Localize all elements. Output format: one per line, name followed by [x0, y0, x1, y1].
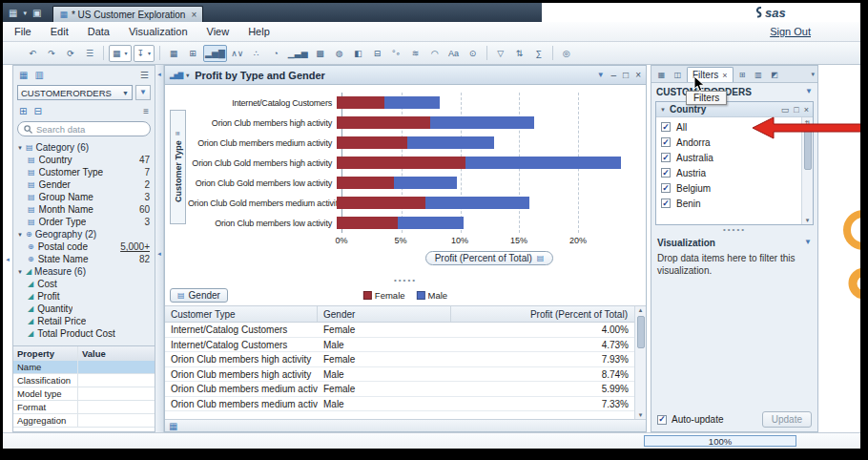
calculation-icon[interactable]: ∑ — [530, 45, 548, 62]
ranks-tab-icon[interactable]: ⊞ — [735, 68, 750, 82]
data-item-profit[interactable]: ◢Profit — [13, 290, 155, 303]
menu-file[interactable]: File — [14, 26, 31, 37]
table-visualization-icon[interactable]: ▦ — [165, 45, 182, 62]
view-selector[interactable]: ▦▾ — [109, 45, 132, 62]
bar-chart-visualization-icon[interactable]: ▂▅▇ — [203, 45, 227, 62]
sign-out-link[interactable]: Sign Out — [770, 26, 811, 37]
crosstab-visualization-icon[interactable]: ⊞ — [184, 45, 201, 62]
scrollbar-thumb[interactable] — [637, 316, 645, 348]
checkbox-andorra[interactable]: ✓ — [661, 137, 671, 147]
column-header-gender[interactable]: Gender — [318, 306, 451, 322]
box-plot-visualization-icon[interactable]: ⊟ — [369, 45, 386, 62]
property-row-name[interactable]: Name — [13, 361, 155, 374]
menu-help[interactable]: Help — [248, 26, 270, 37]
document-tab[interactable]: ▦ * US Customer Exploration × — [52, 6, 203, 22]
bar-segment-female[interactable] — [337, 157, 465, 169]
auto-update-checkbox[interactable]: ✓ — [657, 415, 667, 425]
visualization-filter-funnel-icon[interactable]: ▼ — [597, 72, 605, 79]
close-document-icon[interactable]: × — [191, 10, 196, 20]
data-item-cost[interactable]: ◢Cost — [13, 278, 155, 290]
data-item-gender[interactable]: ▤Gender2 — [13, 178, 155, 191]
comments-tab-icon[interactable]: ▥ — [752, 68, 766, 82]
minimize-visualization-icon[interactable]: – — [611, 70, 617, 80]
panel-grip[interactable]: ••••• — [165, 276, 646, 285]
visualization-filter-funnel[interactable]: ▼ — [804, 239, 812, 246]
menu-view[interactable]: View — [207, 26, 230, 37]
column-header-profit-percent-of-total-[interactable]: Profit (Percent of Total) — [451, 306, 646, 322]
property-row-classification[interactable]: Classification — [13, 374, 155, 387]
menu-visualization[interactable]: Visualization — [129, 26, 188, 37]
table-row[interactable]: Orion Club members medium activityMale7.… — [165, 397, 646, 412]
band-plot-visualization-icon[interactable]: ≋ — [407, 45, 424, 62]
data-item-customer-type[interactable]: ▤Customer Type7 — [13, 166, 155, 178]
country-option-belgium[interactable]: ✓Belgium — [656, 180, 801, 196]
data-item-group-name[interactable]: ▤Group Name3 — [13, 191, 155, 203]
refresh-icon[interactable]: ⟳ — [62, 45, 79, 62]
data-filter-button[interactable]: ▼ — [135, 85, 151, 100]
line-chart-visualization-icon[interactable]: ∧∨ — [229, 45, 246, 62]
bar-segment-male[interactable] — [398, 217, 463, 229]
bubble-plot-visualization-icon[interactable]: °∘ — [388, 45, 405, 62]
maximize-filter-icon[interactable]: □ — [794, 105, 798, 115]
data-item-state-name[interactable]: ⊕State Name82 — [13, 253, 155, 265]
application-menu-icon[interactable]: ▦ — [9, 5, 17, 22]
application-menu-caret-icon[interactable]: ▾ — [23, 5, 27, 22]
histogram-visualization-icon[interactable]: ▁▃▅ — [286, 45, 310, 62]
collapse-country-icon[interactable]: ▼ — [660, 107, 666, 113]
left-edge-splitter[interactable]: ◂ — [3, 65, 12, 432]
tree-group-measure-6-[interactable]: ▼◢Measure (6) — [13, 265, 155, 278]
bar-segment-male[interactable] — [465, 157, 621, 169]
data-item-quantity[interactable]: ◢Quantity — [13, 303, 155, 315]
checkbox-benin[interactable]: ✓ — [661, 199, 671, 208]
data-item-country[interactable]: ▤Country47 — [13, 154, 155, 166]
filter-tool-icon[interactable]: ▽ — [492, 45, 509, 62]
checkbox-belgium[interactable]: ✓ — [661, 183, 671, 193]
pie-chart-visualization-icon[interactable]: ◔ — [267, 45, 284, 62]
manage-data-icon[interactable]: ▥ — [34, 70, 43, 80]
bar-segment-male[interactable] — [407, 136, 494, 149]
gender-field-button[interactable]: ▤ Gender — [170, 288, 228, 303]
heat-map-visualization-icon[interactable]: ▩ — [312, 45, 329, 62]
table-row[interactable]: Orion Club members high activityMale8.74… — [165, 367, 646, 383]
tree-group-geography-2-[interactable]: ▼⊕Geography (2) — [13, 228, 155, 240]
collapse-all-icon[interactable]: ⊟ — [33, 106, 41, 116]
x-axis-label-button[interactable]: Profit (Percent of Total) ▤ — [425, 251, 554, 265]
word-cloud-visualization-icon[interactable]: Aa — [445, 45, 463, 62]
table-row[interactable]: Orion Club members medium activityFemale… — [165, 382, 646, 397]
close-filters-tab-icon[interactable]: × — [722, 71, 727, 80]
data-item-total-product-cost[interactable]: ◢Total Product Cost — [13, 327, 155, 340]
data-options-icon[interactable]: ≡ — [143, 106, 149, 116]
filters-grip[interactable]: ••••• — [651, 225, 817, 235]
remove-filter-icon[interactable]: × — [804, 105, 809, 115]
bar-segment-female[interactable] — [337, 116, 430, 129]
capture-icon[interactable]: ◎ — [558, 45, 575, 62]
bar-segment-female[interactable] — [337, 136, 407, 149]
table-scrollbar[interactable]: ▴ ▾ — [634, 306, 646, 419]
data-item-retail-price[interactable]: ◢Retail Price — [13, 315, 155, 327]
add-data-source-icon[interactable]: ▦ — [19, 70, 28, 80]
new-tab-icon[interactable]: ▣ — [32, 5, 41, 22]
checkbox-all[interactable]: ✓ — [661, 122, 671, 132]
window-menu-icon[interactable]: ☰ — [81, 45, 98, 62]
bar-segment-female[interactable] — [337, 197, 425, 209]
property-row-aggregation[interactable]: Aggregation — [13, 414, 155, 428]
bar-segment-female[interactable] — [337, 96, 384, 109]
data-item-order-type[interactable]: ▤Order Type3 — [13, 216, 155, 228]
gauge-visualization-icon[interactable]: ◠ — [426, 45, 444, 62]
maximize-table-icon[interactable]: ▦ — [169, 421, 177, 431]
scroll-down-icon[interactable]: ▾ — [639, 411, 643, 419]
menu-edit[interactable]: Edit — [51, 26, 69, 37]
property-row-format[interactable]: Format — [13, 401, 155, 414]
data-tab-icon[interactable]: ◫ — [671, 68, 685, 82]
data-source-select[interactable]: CUSTOMERORDERS ▼ — [17, 85, 133, 100]
source-filter-icon[interactable]: ▼ — [805, 88, 813, 95]
search-box[interactable]: Search data — [17, 121, 151, 136]
x-axis-menu-icon[interactable]: ▤ — [537, 254, 545, 262]
collapse-left-icon[interactable]: ◂ — [6, 256, 10, 263]
export-selector[interactable]: ↧▾ — [134, 45, 155, 62]
country-option-benin[interactable]: ✓Benin — [656, 196, 801, 211]
scroll-up-icon[interactable]: ▴ — [639, 306, 643, 314]
geo-map-visualization-icon[interactable]: ◍ — [331, 45, 348, 62]
bar-segment-female[interactable] — [337, 217, 398, 229]
splitter-left[interactable]: ◂ ◂ — [155, 65, 164, 432]
